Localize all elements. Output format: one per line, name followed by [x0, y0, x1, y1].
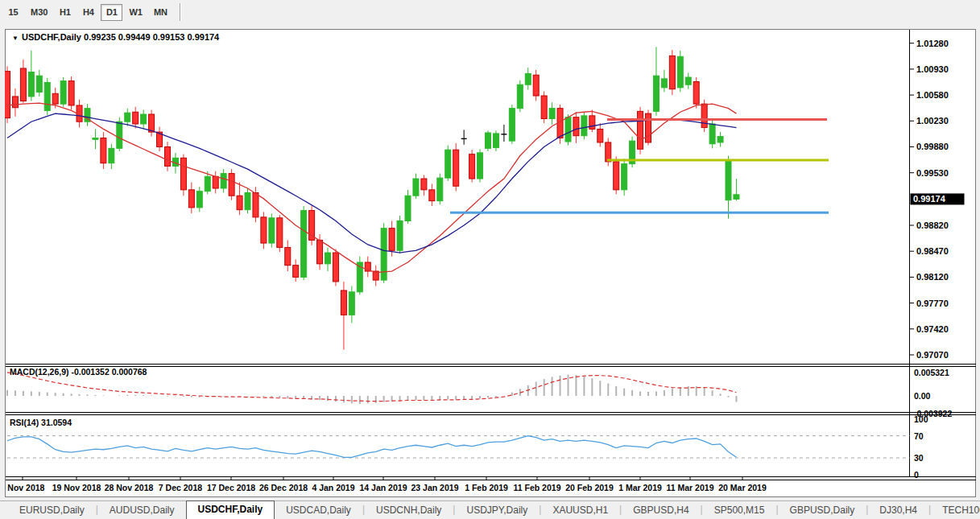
price-axis-label: 0.99530: [916, 168, 949, 178]
candle-body: [397, 220, 403, 250]
candle-body: [341, 290, 346, 315]
rsi-axis-label: 30: [914, 453, 924, 463]
timeframe-button-d1[interactable]: D1: [101, 4, 122, 21]
timeframe-button-m30[interactable]: M30: [26, 4, 52, 21]
timeframe-button-h4[interactable]: H4: [77, 4, 99, 21]
candle-body: [285, 248, 291, 266]
tab-audusd-daily[interactable]: AUDUSD,Daily: [98, 502, 186, 519]
date-axis-label: 1 Feb 2019: [465, 483, 508, 492]
rsi-axis-label: 100: [914, 414, 928, 424]
candle-body: [565, 117, 571, 142]
price-axis-label: 1.00930: [916, 64, 949, 74]
candle-body: [413, 179, 419, 196]
candle-body: [486, 133, 491, 148]
symbol-dropdown-icon[interactable]: ▼: [12, 35, 19, 42]
candle-body: [141, 114, 147, 124]
candle-body: [533, 75, 539, 96]
date-axis-label: 17 Dec 2018: [207, 483, 255, 492]
price-axis-label: 0.97070: [916, 350, 949, 360]
candle-body: [734, 195, 739, 200]
candle-body: [598, 129, 603, 142]
date-axis-label: 11 Mar 2019: [667, 483, 714, 492]
candle-body: [726, 160, 731, 200]
candle-body: [509, 109, 515, 141]
tab-eurusd-daily[interactable]: EURUSD,Daily: [8, 502, 96, 519]
candle-body: [269, 218, 275, 243]
macd-label: MACD(12,26,9) -0.001352 0.000768: [10, 367, 147, 377]
candle-body: [125, 113, 130, 122]
candle-body: [261, 217, 267, 243]
candle-body: [581, 116, 587, 136]
candle-body: [589, 116, 595, 130]
candle-body: [638, 111, 643, 149]
chart-title: USDCHF,Daily 0.99235 0.99449 0.99153 0.9…: [22, 32, 220, 42]
candle-body: [517, 84, 523, 108]
tab-usdchf-daily[interactable]: USDCHF,Daily: [186, 500, 275, 519]
date-axis-label: 11 Feb 2019: [514, 483, 561, 492]
candle-body: [661, 79, 667, 88]
candle-body: [229, 174, 234, 196]
candle-body: [149, 114, 155, 132]
tab-usdcnh-daily[interactable]: USDCNH,Daily: [365, 502, 453, 519]
date-axis-label: 26 Dec 2018: [259, 483, 308, 492]
candle-body: [349, 292, 354, 315]
candle-body: [20, 68, 26, 101]
current-price-tag-text: 0.99174: [913, 194, 946, 204]
candle-body: [693, 82, 699, 105]
tab-gbpusd-daily[interactable]: GBPUSD,Daily: [779, 502, 866, 519]
candle-body: [573, 117, 579, 136]
tab-usdcad-daily[interactable]: USDCAD,Daily: [275, 502, 362, 519]
candle-body: [44, 82, 50, 110]
price-axis-label: 0.98470: [916, 246, 949, 256]
chart-window: 1.012801.009301.005801.002300.998800.995…: [5, 29, 976, 497]
macd-signal-line: [7, 373, 736, 402]
timeframe-button-15[interactable]: 15: [2, 4, 24, 21]
candle-body: [213, 176, 218, 188]
candle-body: [541, 96, 547, 119]
candle-body: [646, 113, 651, 142]
tab-sp500-m15[interactable]: SP500,M15: [703, 502, 776, 519]
tab-tech100-h1[interactable]: TECH100,H1: [931, 502, 980, 519]
tab-usdjpy-daily[interactable]: USDJPY,Daily: [455, 502, 539, 519]
candle-body: [677, 56, 683, 88]
timeframe-button-w1[interactable]: W1: [124, 4, 147, 21]
symbol-tabbar: EURUSD,Daily|AUDUSD,DailyUSDCHF,DailyUSD…: [0, 500, 980, 519]
candle-body: [685, 77, 691, 84]
candle-body: [453, 150, 459, 186]
candle-body: [101, 138, 106, 163]
tab-xauusd-h1[interactable]: XAUUSD,H1: [541, 502, 619, 519]
candle-body: [5, 72, 10, 118]
candle-body: [165, 146, 171, 166]
app-window: 15M30H1H4D1W1MN 1.012801.009301.005801.0…: [0, 0, 980, 519]
date-axis-label: 1 Mar 2019: [618, 483, 662, 492]
candle-body: [709, 124, 715, 144]
candle-body: [389, 229, 395, 251]
candle-body: [469, 154, 475, 179]
tab-gbpusd-h4[interactable]: GBPUSD,H4: [622, 502, 700, 519]
date-axis-label: 28 Nov 2018: [105, 483, 154, 492]
price-axis-label: 0.98820: [916, 220, 949, 230]
rsi-line: [7, 436, 736, 458]
price-axis-label: 1.01280: [916, 39, 949, 48]
timeframe-button-h1[interactable]: H1: [54, 4, 76, 21]
date-axis-label: 23 Jan 2019: [411, 483, 459, 492]
candle-body: [117, 122, 122, 148]
price-axis-label: 1.00580: [916, 90, 949, 100]
candle-body: [333, 253, 338, 282]
candle-body: [52, 93, 58, 104]
timeframe-button-mn[interactable]: MN: [149, 4, 172, 21]
tab-dj30-h4[interactable]: DJ30,H4: [868, 502, 928, 519]
candle-body: [437, 178, 443, 201]
candle-body: [614, 162, 619, 190]
candle-body: [277, 218, 283, 248]
candle-body: [478, 153, 483, 179]
date-axis-label: 20 Mar 2019: [718, 483, 767, 492]
candle-body: [36, 76, 42, 92]
rsi-axis-label: 0: [914, 470, 919, 480]
chart-canvas[interactable]: 1.012801.009301.005801.002300.998800.995…: [5, 29, 978, 499]
candle-body: [221, 174, 226, 188]
candle-body: [205, 176, 210, 191]
price-axis-label: 0.97770: [916, 299, 949, 308]
candle-body: [180, 158, 186, 190]
candle-body: [445, 150, 451, 178]
